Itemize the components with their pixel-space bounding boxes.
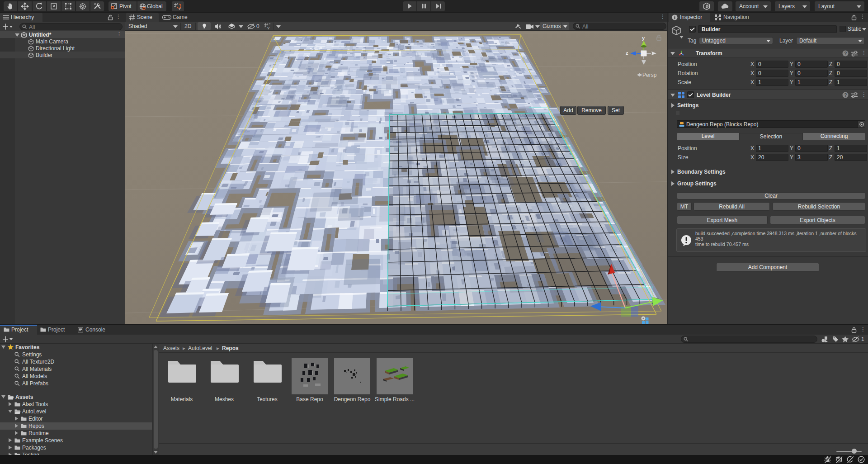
svg-text:z: z (626, 50, 628, 56)
svg-text:Persp: Persp (642, 72, 657, 78)
svg-text:?: ? (844, 93, 847, 98)
svg-text:Y: Y (267, 26, 270, 30)
svg-text:y: y (642, 35, 645, 41)
svg-text:?: ? (844, 51, 847, 56)
